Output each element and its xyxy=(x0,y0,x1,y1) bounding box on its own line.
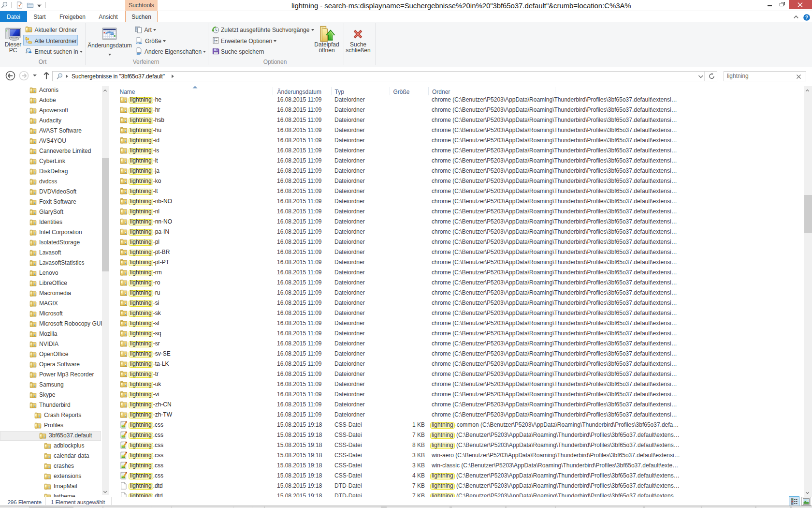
svg-text:?: ? xyxy=(805,14,808,20)
